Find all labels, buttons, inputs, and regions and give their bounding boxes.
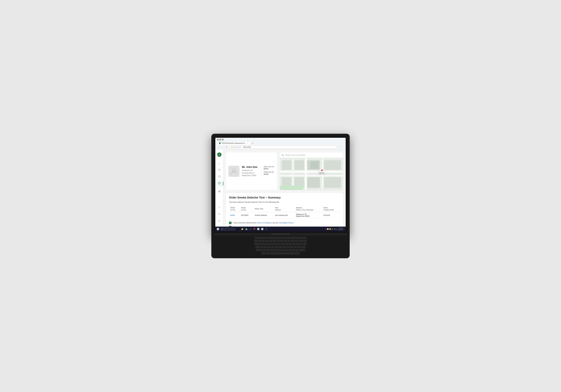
key-k[interactable] <box>286 246 290 249</box>
key-f5[interactable] <box>273 237 277 240</box>
key-m[interactable] <box>284 249 288 252</box>
tray-volume-icon[interactable]: 🔊 <box>332 228 333 230</box>
back-button[interactable]: ‹ <box>217 145 220 149</box>
key-quote[interactable] <box>297 246 301 249</box>
key-bracket-r[interactable] <box>300 243 303 246</box>
sidebar-item-reports[interactable] <box>216 188 222 195</box>
key-5[interactable] <box>273 240 276 243</box>
key-o[interactable] <box>289 243 292 246</box>
tray-lang-label[interactable]: ENG <box>334 228 337 230</box>
key-space[interactable] <box>271 252 290 255</box>
new-tab-button[interactable]: + <box>251 142 254 145</box>
terms-link[interactable]: Terms & Conditions <box>257 222 272 224</box>
key-ctrl-l[interactable] <box>261 252 266 255</box>
key-7[interactable] <box>280 240 283 243</box>
price-list-link[interactable]: price list. <box>309 226 315 227</box>
taskbar-icon-6[interactable]: 📊 <box>260 227 264 231</box>
key-u[interactable] <box>281 243 285 246</box>
tab-close-button[interactable]: ✕ <box>247 142 248 144</box>
key-s[interactable] <box>264 246 268 249</box>
key-backslash[interactable] <box>303 243 307 246</box>
reload-button[interactable]: ↻ <box>225 145 228 149</box>
key-1[interactable] <box>258 240 261 243</box>
key-x[interactable] <box>266 249 269 252</box>
key-tilde[interactable] <box>254 240 258 243</box>
key-d[interactable] <box>268 246 271 249</box>
key-minus[interactable] <box>295 240 298 243</box>
key-4[interactable] <box>269 240 272 243</box>
menu-button[interactable]: ⋮ <box>341 146 344 148</box>
start-button[interactable] <box>216 228 219 230</box>
checkbox-2[interactable]: ✓ <box>229 226 231 227</box>
key-e[interactable] <box>267 243 270 246</box>
key-semicolon[interactable] <box>293 246 297 249</box>
key-j[interactable] <box>282 246 286 249</box>
key-shift-l[interactable] <box>256 249 262 252</box>
active-tab[interactable]: T TEHA Technischer Hausservice G... ✕ <box>217 142 250 145</box>
key-8[interactable] <box>284 240 287 243</box>
taskbar-icon-3[interactable]: 🛍️ <box>245 227 248 231</box>
key-f10[interactable] <box>292 237 295 240</box>
key-q[interactable] <box>259 243 262 246</box>
key-f9[interactable] <box>288 237 291 240</box>
tray-chevron-icon[interactable]: ∧ <box>325 228 326 230</box>
cell-teha-lg[interactable]: 83662 <box>229 212 240 218</box>
key-f8[interactable] <box>284 237 288 240</box>
taskbar-icon-2[interactable]: 📁 <box>240 227 244 231</box>
key-g[interactable] <box>275 246 279 249</box>
key-equals[interactable] <box>299 240 302 243</box>
sidebar-item-user[interactable] <box>216 211 222 217</box>
key-3[interactable] <box>265 240 269 243</box>
key-9[interactable] <box>287 240 291 243</box>
sidebar-item-calendar[interactable] <box>216 174 222 180</box>
forward-button[interactable]: › <box>221 145 224 149</box>
key-tab[interactable] <box>254 243 259 246</box>
key-bracket-l[interactable] <box>296 243 299 246</box>
key-slash[interactable] <box>295 249 299 252</box>
key-n[interactable] <box>281 249 284 252</box>
key-2[interactable] <box>262 240 265 243</box>
sidebar-item-orders[interactable] <box>216 180 222 187</box>
key-f11[interactable] <box>295 237 299 240</box>
key-f6[interactable] <box>277 237 280 240</box>
taskbar-icon-7[interactable]: 🎵 <box>265 227 268 231</box>
key-f4[interactable] <box>270 237 273 240</box>
key-enter[interactable] <box>301 246 306 249</box>
key-p[interactable] <box>292 243 296 246</box>
sidebar-item-phone[interactable] <box>216 205 222 211</box>
checkbox-1[interactable]: ✓ <box>229 222 231 224</box>
tray-notifications-icon[interactable]: □ <box>344 228 345 230</box>
maximize-button[interactable]: □ <box>219 139 221 141</box>
address-bar[interactable]: 🔒 Not secure | teha-wd.de <box>229 146 337 149</box>
close-button[interactable]: ✕ <box>222 139 224 141</box>
key-backspace[interactable] <box>302 240 307 243</box>
sidebar-item-power[interactable] <box>216 218 222 224</box>
touchpad[interactable] <box>271 233 290 235</box>
key-r[interactable] <box>270 243 274 246</box>
key-h[interactable] <box>279 246 282 249</box>
taskbar-icon-4[interactable]: 📌 <box>253 227 256 231</box>
key-v[interactable] <box>273 249 277 252</box>
key-y[interactable] <box>278 243 281 246</box>
key-period[interactable] <box>292 249 295 252</box>
key-l[interactable] <box>290 246 293 249</box>
key-ctrl-r[interactable] <box>295 252 300 255</box>
taskbar-icon-chrome[interactable]: ● <box>248 227 252 231</box>
key-f3[interactable] <box>266 237 269 240</box>
key-alt-r[interactable] <box>290 252 295 255</box>
key-w[interactable] <box>263 243 266 246</box>
key-shift-r[interactable] <box>299 249 305 252</box>
key-0[interactable] <box>291 240 294 243</box>
key-f2[interactable] <box>262 237 266 240</box>
key-f7[interactable] <box>281 237 284 240</box>
cancellation-link[interactable]: Cancellation Policy. <box>279 222 293 224</box>
taskbar-icon-1[interactable]: ⊞ <box>237 227 240 231</box>
key-t[interactable] <box>274 243 277 246</box>
key-f1[interactable] <box>259 237 262 240</box>
key-alt-l[interactable] <box>266 252 271 255</box>
key-c[interactable] <box>270 249 273 252</box>
sidebar-item-home[interactable]: ⌂ <box>216 160 222 166</box>
taskbar-icon-5[interactable]: 📊 <box>257 227 260 231</box>
key-b[interactable] <box>277 249 280 252</box>
bookmark-button[interactable]: ☆ <box>338 146 341 148</box>
